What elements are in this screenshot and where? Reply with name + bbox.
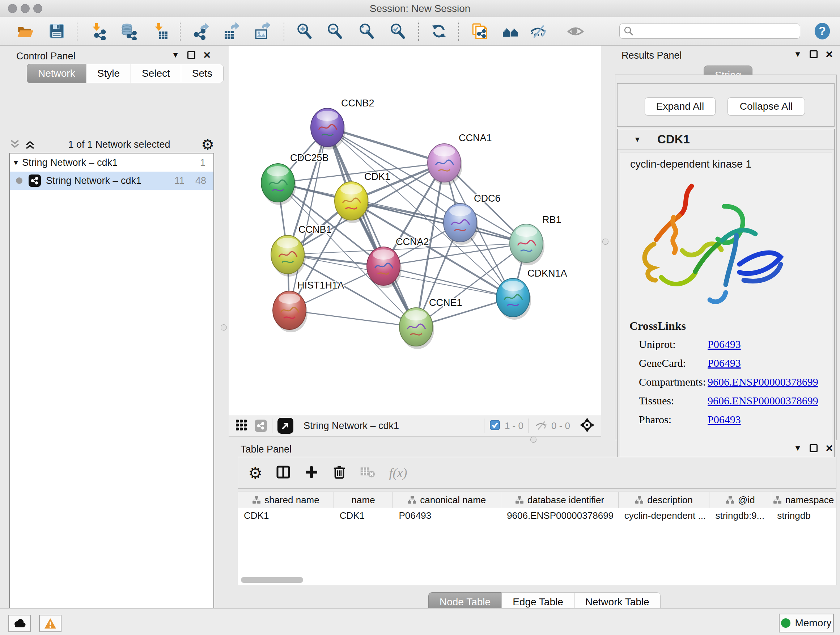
panel-menu-icon[interactable]: ▼ — [794, 444, 802, 452]
network-canvas[interactable]: CCNB2CCNA1CDC25BCDK1CDC6RB1CCNB1CCNA2CDK… — [229, 46, 601, 415]
tab-select[interactable]: Select — [131, 64, 181, 83]
selected-checkbox-icon[interactable] — [489, 420, 500, 432]
gear-icon[interactable]: ⚙ — [201, 136, 214, 153]
crosslink-link[interactable]: 9606.ENSP00000378699 — [707, 376, 818, 388]
column-header-canonical-name[interactable]: canonical name — [393, 492, 501, 508]
network-edge[interactable] — [327, 127, 416, 327]
scrollbar-thumb[interactable] — [241, 577, 303, 583]
import-network-from-database-button[interactable] — [119, 22, 137, 40]
zoom-selected-button[interactable] — [388, 22, 407, 40]
zoom-out-icon — [326, 22, 343, 40]
column-header-description[interactable]: description — [619, 492, 710, 508]
network-graph: CCNB2CCNA1CDC25BCDK1CDC6RB1CCNB1CCNA2CDK… — [229, 46, 601, 415]
hidden-eye-icon[interactable] — [534, 419, 548, 432]
memory-button[interactable]: Memory — [779, 614, 834, 632]
table-horizontal-scrollbar[interactable] — [239, 576, 835, 584]
zoom-in-button[interactable] — [295, 22, 313, 40]
crosslinks-list: Uniprot:P06493GeneCard:P06493Compartment… — [639, 335, 832, 429]
float-panel-icon[interactable] — [810, 50, 818, 58]
svg-text:?: ? — [819, 24, 826, 38]
import-network-from-file-button[interactable] — [89, 22, 107, 40]
right-splitter-handle[interactable] — [602, 239, 608, 245]
warnings-button[interactable] — [39, 615, 62, 632]
results-panel: Results Panel ▼ × String Expand All Coll… — [611, 46, 840, 440]
column-type-icon — [252, 496, 261, 504]
crosslink-link[interactable]: P06493 — [707, 338, 741, 350]
column-header-database-identifier[interactable]: database identifier — [501, 492, 619, 508]
export-network-button[interactable] — [192, 22, 210, 40]
network-view-icon[interactable] — [255, 420, 267, 432]
left-splitter-handle[interactable] — [221, 325, 227, 331]
close-panel-icon[interactable]: × — [203, 50, 210, 60]
network-node-ccnb1[interactable]: CCNB1 — [271, 224, 332, 277]
network-node-cdc6[interactable]: CDC6 — [444, 193, 501, 245]
panel-menu-icon[interactable]: ▼ — [794, 50, 802, 58]
crosslink-link[interactable]: 9606.ENSP00000378699 — [707, 394, 818, 407]
eye-icon — [567, 22, 584, 40]
clone-network-button[interactable] — [470, 22, 488, 40]
panel-menu-icon[interactable]: ▼ — [172, 51, 180, 59]
crosslink-link[interactable]: P06493 — [707, 413, 741, 426]
close-panel-icon[interactable]: × — [826, 443, 833, 453]
zoom-fit-button[interactable] — [357, 22, 376, 40]
apply-layout-button[interactable] — [430, 22, 448, 40]
fit-content-crosshair-icon[interactable] — [579, 417, 595, 434]
birdseye-view-icon[interactable] — [278, 418, 294, 434]
export-table-button[interactable] — [222, 22, 240, 40]
grid-view-icon[interactable] — [235, 419, 248, 432]
column-header-name[interactable]: name — [334, 492, 393, 508]
column-header-shared-name[interactable]: shared name — [238, 492, 334, 508]
collapse-gene-icon[interactable]: ▼ — [617, 135, 657, 144]
bottom-splitter-handle[interactable] — [531, 437, 537, 443]
network-node-ccne1[interactable]: CCNE1 — [399, 297, 462, 349]
node-label-hist1h1a: HIST1H1A — [297, 280, 344, 291]
network-node-rb1[interactable]: RB1 — [510, 214, 561, 265]
network-node-cdkn1a[interactable]: CDKN1A — [496, 268, 567, 320]
tab-sets[interactable]: Sets — [181, 64, 224, 83]
column-header-id[interactable]: @id — [709, 492, 771, 508]
gene-panel-header[interactable]: ▼ CDK1 — [617, 129, 834, 150]
edge-count: 48 — [195, 175, 206, 187]
delete-column-icon[interactable] — [332, 465, 346, 481]
column-header-namespace[interactable]: namespace — [771, 492, 836, 508]
network-node-cdk1[interactable]: CDK1 — [335, 171, 390, 223]
show-columns-icon[interactable] — [276, 465, 291, 481]
zoom-out-button[interactable] — [325, 22, 344, 40]
add-column-icon[interactable] — [304, 465, 319, 481]
save-session-button[interactable] — [48, 22, 66, 40]
open-folder-icon — [16, 22, 34, 40]
crosslink-link[interactable]: P06493 — [707, 357, 741, 369]
collapse-all-button[interactable]: Collapse All — [728, 97, 805, 116]
network-row[interactable]: String Network – cdk1 11 48 — [10, 172, 213, 190]
open-session-button[interactable] — [16, 22, 34, 40]
tab-network[interactable]: Network — [27, 64, 87, 83]
collapse-all-icon[interactable] — [9, 138, 22, 150]
control-panel-window-controls: ▼ × — [172, 50, 210, 60]
network-node-ccna2[interactable]: CCNA2 — [367, 236, 429, 288]
float-panel-icon[interactable] — [810, 444, 818, 452]
network-collection-row[interactable]: ▼ String Network – cdk1 1 — [10, 154, 213, 172]
show-all-button[interactable] — [567, 22, 584, 40]
network-edge[interactable] — [289, 310, 416, 327]
crosslink-label: Uniprot: — [639, 338, 707, 350]
help-button[interactable]: ? — [813, 22, 831, 40]
export-image-button[interactable] — [253, 22, 271, 40]
tree-expand-icon[interactable]: ▼ — [10, 158, 22, 167]
houses-icon — [502, 22, 519, 40]
network-node-hist1h1a[interactable]: HIST1H1A — [273, 280, 344, 333]
table-row[interactable]: CDK1CDK1P064939606.ENSP00000378699cyclin… — [238, 508, 836, 523]
column-header-label: shared name — [264, 494, 319, 506]
network-status-dot — [16, 177, 22, 184]
results-panel-window-controls: ▼ × — [794, 49, 833, 59]
float-panel-icon[interactable] — [187, 51, 195, 59]
import-table-from-file-button[interactable] — [151, 22, 169, 40]
expand-all-button[interactable]: Expand All — [645, 97, 715, 116]
close-panel-icon[interactable]: × — [826, 49, 833, 59]
tab-style[interactable]: Style — [86, 64, 131, 83]
expand-all-icon[interactable] — [24, 138, 37, 150]
first-neighbors-button[interactable] — [501, 22, 519, 40]
gear-icon[interactable]: ⚙ — [248, 464, 262, 482]
hide-selected-button[interactable] — [529, 22, 547, 40]
cloud-status-button[interactable] — [8, 615, 31, 632]
search-input[interactable] — [634, 25, 791, 37]
